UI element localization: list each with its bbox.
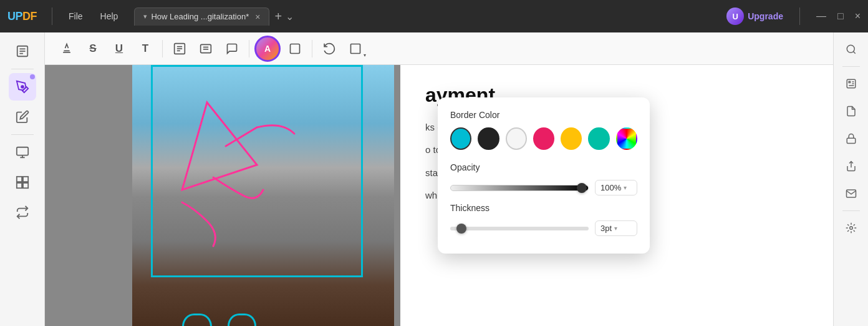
- teal-shape-1: [182, 314, 212, 326]
- convert-icon[interactable]: [839, 99, 863, 123]
- menu-file[interactable]: File: [62, 9, 89, 24]
- user-avatar: U: [726, 7, 744, 25]
- close-button[interactable]: ×: [855, 11, 861, 22]
- text-tool[interactable]: T: [133, 37, 157, 61]
- thickness-row: 3pt ▾: [450, 220, 637, 236]
- swatch-rainbow[interactable]: [616, 127, 637, 150]
- menu-help[interactable]: Help: [94, 9, 125, 24]
- swatch-yellow[interactable]: [561, 127, 582, 150]
- svg-point-30: [849, 227, 852, 230]
- svg-point-4: [21, 86, 24, 88]
- color-tool-wrapper: A: [254, 36, 281, 62]
- color-popup: Border Color Opacity: [438, 97, 650, 254]
- content-wrapper: S U T A: [45, 32, 833, 326]
- rect-tool[interactable]: ▾: [344, 37, 367, 61]
- tab-arrow: ▾: [143, 12, 147, 21]
- lock-icon[interactable]: [839, 127, 863, 151]
- text-box-tool[interactable]: [168, 37, 191, 61]
- tab-close-button[interactable]: ×: [255, 12, 260, 22]
- opacity-slider[interactable]: [450, 185, 589, 191]
- svg-rect-5: [16, 147, 27, 156]
- rotate-tool[interactable]: [317, 37, 341, 61]
- drawing-svg: [132, 65, 394, 326]
- stamp-tool[interactable]: [283, 37, 307, 61]
- swatch-green-teal[interactable]: [588, 127, 609, 150]
- sidebar-icon-pages[interactable]: [9, 37, 36, 65]
- right-divider-1: [842, 66, 860, 67]
- thickness-slider[interactable]: [450, 227, 589, 230]
- mail-icon[interactable]: [839, 182, 863, 205]
- highlight-tool[interactable]: [55, 37, 79, 61]
- teal-shapes: [182, 314, 256, 326]
- svg-rect-21: [351, 44, 360, 53]
- tab-dropdown-button[interactable]: ⌄: [286, 11, 294, 22]
- color-button-label: A: [264, 44, 271, 54]
- right-divider-2: [842, 210, 860, 211]
- search-icon-right[interactable]: [839, 37, 863, 61]
- svg-rect-11: [22, 183, 27, 188]
- pdf-viewer[interactable]: ayment ks off the o to the last stages. …: [45, 65, 833, 326]
- upgrade-label: Upgrade: [748, 11, 783, 21]
- title-divider-2: [799, 7, 800, 25]
- title-bar: UPDF File Help ▾ How Leading ...gitaliza…: [0, 0, 868, 32]
- ocr-icon[interactable]: [839, 72, 863, 96]
- app-logo: UPDF: [7, 10, 37, 23]
- color-button[interactable]: A: [254, 36, 281, 62]
- teal-shape-2: [228, 314, 256, 326]
- strikethrough-tool[interactable]: S: [81, 37, 105, 61]
- sidebar-icon-pages2[interactable]: [9, 139, 36, 166]
- left-sidebar: [0, 32, 45, 326]
- swatch-white[interactable]: [506, 127, 527, 150]
- underline-tool[interactable]: U: [107, 37, 131, 61]
- thickness-label: Thickness: [450, 203, 637, 213]
- right-sidebar: [833, 32, 868, 326]
- opacity-thumb[interactable]: [577, 183, 587, 193]
- opacity-value-dropdown[interactable]: 100% ▾: [595, 180, 637, 195]
- sidebar-icon-organize[interactable]: [9, 169, 36, 196]
- active-tab[interactable]: ▾ How Leading ...gitalization* ×: [134, 7, 269, 26]
- opacity-row: 100% ▾: [450, 180, 637, 195]
- thickness-thumb[interactable]: [456, 224, 466, 234]
- swatch-red[interactable]: [533, 127, 554, 150]
- thickness-value: 3pt: [600, 224, 612, 233]
- toolbar-divider-1: [162, 40, 163, 57]
- swatch-black[interactable]: [478, 127, 499, 150]
- sidebar-icon-convert[interactable]: [9, 199, 36, 226]
- comment-tool[interactable]: [220, 37, 244, 61]
- border-color-label: Border Color: [450, 110, 637, 120]
- svg-rect-8: [16, 177, 21, 182]
- toolbar-divider-2: [249, 40, 249, 57]
- svg-rect-9: [22, 177, 27, 182]
- toolbar: S U T A: [45, 32, 833, 65]
- minimize-button[interactable]: —: [816, 11, 826, 22]
- text-edit-tool[interactable]: [194, 37, 218, 61]
- new-tab-button[interactable]: +: [274, 9, 282, 24]
- swatch-teal[interactable]: [450, 127, 471, 150]
- svg-rect-20: [291, 44, 300, 53]
- content-area: ayment ks off the o to the last stages. …: [45, 65, 833, 326]
- toolbar-divider-3: [312, 40, 312, 57]
- photo-bg: [132, 65, 394, 326]
- title-divider-1: [52, 7, 52, 25]
- opacity-label: Opacity: [450, 162, 637, 172]
- svg-rect-10: [16, 183, 21, 188]
- sidebar-icon-edit[interactable]: [9, 103, 36, 131]
- thickness-value-dropdown[interactable]: 3pt ▾: [595, 220, 637, 236]
- svg-rect-28: [847, 138, 856, 143]
- opacity-value: 100%: [600, 183, 621, 192]
- svg-line-23: [853, 51, 855, 53]
- sidebar-icon-annotate[interactable]: [9, 73, 36, 101]
- sidebar-divider-2: [11, 134, 34, 135]
- tab-area: ▾ How Leading ...gitalization* × + ⌄: [134, 7, 721, 26]
- save-icon[interactable]: [839, 216, 863, 240]
- share-icon[interactable]: [839, 154, 863, 178]
- sidebar-divider-1: [11, 69, 34, 69]
- svg-point-22: [847, 45, 854, 52]
- color-swatches: [450, 127, 637, 150]
- maximize-button[interactable]: □: [837, 11, 844, 22]
- upgrade-button[interactable]: U Upgrade: [726, 7, 783, 25]
- pdf-image: [132, 65, 394, 326]
- tab-title: How Leading ...gitalization*: [151, 12, 249, 21]
- main-layout: S U T A: [0, 32, 868, 326]
- opacity-dropdown-arrow: ▾: [624, 184, 627, 191]
